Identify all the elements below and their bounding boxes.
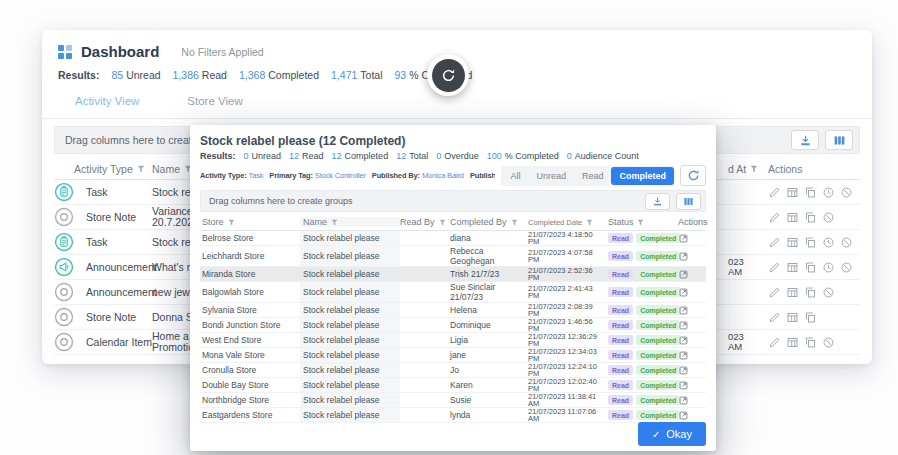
edit-action-icon[interactable] [768,286,781,299]
column-header-d-at[interactable]: d At [728,163,768,175]
disable-action-icon[interactable] [840,261,853,274]
filter-icon[interactable] [637,219,644,226]
store-row[interactable]: Mona Vale StoreStock relabel pleasejane2… [200,348,706,363]
column-header-actions[interactable]: Actions [768,163,860,175]
row-actions [768,311,860,324]
edit-action-icon[interactable] [768,311,781,324]
audit-action-icon[interactable] [786,261,799,274]
audit-action-icon[interactable] [786,311,799,324]
download-button[interactable] [791,130,819,150]
filter-icon[interactable] [511,219,518,226]
status-badge-read: Read [608,305,633,315]
refresh-button[interactable] [680,165,706,186]
store-row[interactable]: Northbridge StoreStock relabel pleaseSus… [200,393,706,408]
column-header-status[interactable]: Status [608,217,678,227]
column-header-read-by[interactable]: Read By [400,217,450,227]
column-header-completed-by[interactable]: Completed By [450,217,528,227]
open-item-icon[interactable] [678,305,689,316]
audit-action-icon[interactable] [786,286,799,299]
store-table-body: Belrose StoreStock relabel pleasediana21… [200,231,706,423]
audit-action-icon[interactable] [786,236,799,249]
filter-icon[interactable] [586,219,593,226]
store-row[interactable]: West End StoreStock relabel pleaseLigia2… [200,333,706,348]
stat-label: Unread [126,69,160,81]
copy-action-icon[interactable] [804,311,817,324]
open-item-icon[interactable] [678,320,689,331]
audit-action-icon[interactable] [786,336,799,349]
status-badge-completed: Completed [636,395,680,405]
audit-action-icon[interactable] [786,211,799,224]
filter-unread[interactable]: Unread [528,167,574,185]
stat-value: 1,386 [173,69,199,81]
tab-store-view[interactable]: Store View [187,95,242,118]
disable-action-icon[interactable] [840,236,853,249]
filter-read[interactable]: Read [574,167,612,185]
store-row[interactable]: Belrose StoreStock relabel pleasediana21… [200,231,706,246]
store-row[interactable]: Leichhardt StoreStock relabel pleaseRebe… [200,246,706,267]
download-button[interactable] [645,193,670,210]
open-item-icon[interactable] [678,335,689,346]
edit-action-icon[interactable] [768,236,781,249]
store-row[interactable]: Balgowlah StoreStock relabel pleaseSue S… [200,282,706,303]
history-action-icon[interactable] [822,186,835,199]
open-item-icon[interactable] [678,380,689,391]
okay-button[interactable]: ✓ Okay [638,422,706,446]
filter-icon[interactable] [228,219,235,226]
filter-icon[interactable] [331,219,338,226]
row-actions [678,267,700,281]
open-item-icon[interactable] [678,365,689,376]
edit-action-icon[interactable] [768,211,781,224]
store-row[interactable]: Sylvania StoreStock relabel pleaseHelena… [200,303,706,318]
open-item-icon[interactable] [678,251,689,262]
history-action-icon[interactable] [822,236,835,249]
copy-action-icon[interactable] [804,211,817,224]
activity-type: Task [86,236,152,248]
columns-button[interactable] [825,130,853,150]
audit-action-icon[interactable] [786,186,799,199]
disable-action-icon[interactable] [822,211,835,224]
open-item-icon[interactable] [678,269,689,280]
column-header-store[interactable]: Store [200,217,300,227]
columns-button[interactable] [676,193,701,210]
meta-label: Published Date: [470,171,496,180]
row-actions [678,378,700,392]
edit-action-icon[interactable] [768,186,781,199]
filter-icon[interactable] [750,165,758,173]
open-item-icon[interactable] [678,287,689,298]
open-item-icon[interactable] [678,395,689,406]
row-actions [678,282,700,302]
copy-action-icon[interactable] [804,286,817,299]
completed-date: 21/07/2023 4:18:50 PM [528,231,608,245]
open-item-icon[interactable] [678,410,689,421]
copy-action-icon[interactable] [804,261,817,274]
filter-icon[interactable] [137,165,145,173]
history-action-icon[interactable] [822,261,835,274]
copy-action-icon[interactable] [804,186,817,199]
store-row[interactable]: Double Bay StoreStock relabel pleaseKare… [200,378,706,393]
modal-group-by-bar: Drag columns here to create groups [200,190,706,212]
store-row[interactable]: Eastgardens StoreStock relabel pleaselyn… [200,408,706,423]
store-row[interactable]: Miranda StoreStock relabel pleaseTrish 2… [200,267,706,282]
store-row[interactable]: Cronulla StoreStock relabel pleaseJo21/0… [200,363,706,378]
column-header-activity-type[interactable]: Activity Type [54,163,152,175]
edit-action-icon[interactable] [768,261,781,274]
disable-action-icon[interactable] [822,286,835,299]
status-badge-completed: Completed [636,269,680,279]
filter-icon[interactable] [439,219,446,226]
filter-completed[interactable]: Completed [611,167,674,185]
disable-action-icon[interactable] [822,336,835,349]
completed-date: 21/07/2023 12:24:10 PM [528,363,608,377]
copy-action-icon[interactable] [804,236,817,249]
open-item-icon[interactable] [678,350,689,361]
disable-action-icon[interactable] [840,186,853,199]
tab-activity-view[interactable]: Activity View [75,95,139,118]
column-header-label: Status [608,217,634,227]
column-header-actions[interactable]: Actions [678,217,700,227]
filter-all[interactable]: All [502,167,528,185]
column-header-name[interactable]: Name [300,217,400,227]
copy-action-icon[interactable] [804,336,817,349]
column-header-completed-date[interactable]: Completed Date [528,219,608,226]
open-item-icon[interactable] [678,233,689,244]
edit-action-icon[interactable] [768,336,781,349]
store-row[interactable]: Bondi Junction StoreStock relabel please… [200,318,706,333]
